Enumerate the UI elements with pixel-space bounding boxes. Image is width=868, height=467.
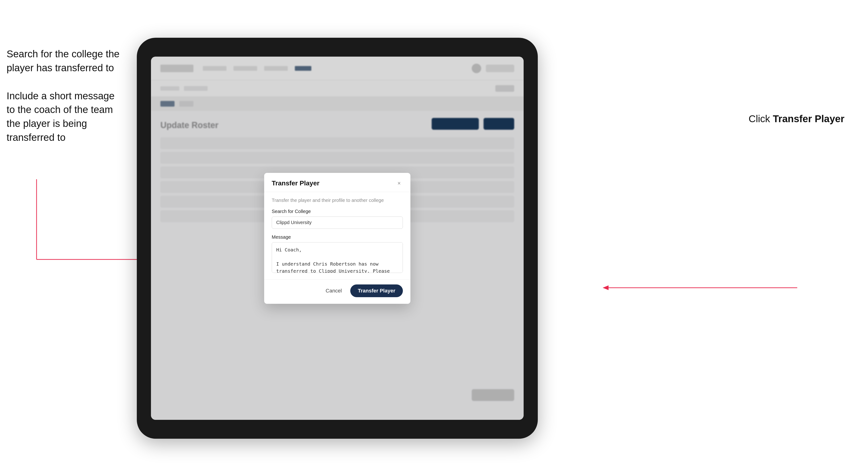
annotation-message-line3: the player is being <box>7 118 87 129</box>
tablet-device: Update Roster Transfer Player <box>137 38 538 439</box>
cancel-button[interactable]: Cancel <box>322 285 346 296</box>
annotation-message-line2: to the coach of the team <box>7 104 113 115</box>
message-textarea[interactable]: Hi Coach, I understand Chris Robertson h… <box>272 242 403 273</box>
modal-overlay: Transfer Player × Transfer the player an… <box>151 57 524 420</box>
annotation-message-line4: transferred to <box>7 132 66 143</box>
modal-body: Transfer the player and their profile to… <box>264 192 410 280</box>
tablet-screen: Update Roster Transfer Player <box>151 57 524 420</box>
transfer-player-modal: Transfer Player × Transfer the player an… <box>264 173 410 304</box>
modal-header: Transfer Player × <box>264 173 410 192</box>
right-annotation: Click Transfer Player <box>749 113 844 125</box>
search-college-label: Search for College <box>272 209 403 214</box>
right-bold: Transfer Player <box>773 113 844 124</box>
annotation-search-line1: Search for the college the <box>7 49 120 59</box>
transfer-player-button[interactable]: Transfer Player <box>350 284 403 297</box>
message-label: Message <box>272 235 403 240</box>
right-prefix: Click <box>749 113 773 124</box>
left-annotation: Search for the college the player has tr… <box>7 47 129 145</box>
modal-close-button[interactable]: × <box>395 180 403 187</box>
modal-description: Transfer the player and their profile to… <box>272 198 403 203</box>
search-college-input[interactable] <box>272 217 403 229</box>
annotation-message-line1: Include a short message <box>7 90 115 101</box>
svg-marker-4 <box>602 285 609 290</box>
modal-title: Transfer Player <box>272 180 319 187</box>
annotation-search-line2: player has transferred to <box>7 62 114 73</box>
modal-footer: Cancel Transfer Player <box>264 280 410 304</box>
